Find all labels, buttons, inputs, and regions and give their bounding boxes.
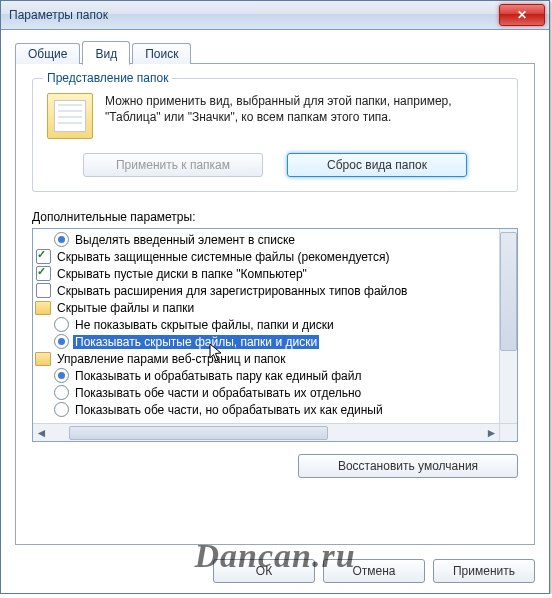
horizontal-scrollbar[interactable]: ◄ ► — [33, 423, 500, 441]
checkbox-icon[interactable] — [36, 283, 51, 298]
folder-options-dialog: Параметры папок ✕ Общие Вид Поиск Предст… — [0, 0, 550, 594]
vertical-scrollbar[interactable] — [499, 229, 517, 424]
tree-item-label: Скрывать защищенные системные файлы (рек… — [55, 250, 391, 264]
tree-item[interactable]: Показывать скрытые файлы, папки и диски — [35, 333, 517, 350]
group-folder-views: Представление папок Можно применить вид,… — [32, 78, 518, 192]
radio-icon[interactable] — [54, 232, 69, 247]
ok-button[interactable]: ОК — [213, 559, 315, 583]
tree-item[interactable]: Скрывать расширения для зарегистрированн… — [35, 282, 517, 299]
apply-to-folders-button: Применить к папкам — [83, 153, 263, 177]
tree-item-label: Скрывать расширения для зарегистрированн… — [55, 284, 409, 298]
window-title: Параметры папок — [9, 8, 499, 22]
tree-item-glyph — [53, 317, 69, 333]
tab-panel-view: Представление папок Можно применить вид,… — [15, 63, 535, 545]
tree-item-label: Скрывать пустые диски в папке "Компьютер… — [55, 267, 309, 281]
tree-item[interactable]: Скрывать пустые диски в папке "Компьютер… — [35, 265, 517, 282]
tree-item[interactable]: Показывать и обрабатывать пару как едины… — [35, 367, 517, 384]
h-scroll-left-icon[interactable]: ◄ — [33, 424, 50, 441]
cancel-button[interactable]: Отмена — [323, 559, 425, 583]
tree-item-glyph — [53, 334, 69, 350]
checkbox-icon[interactable] — [36, 249, 51, 264]
tab-strip: Общие Вид Поиск — [15, 42, 535, 64]
tree-item[interactable]: Управление парами веб-страниц и папок — [35, 350, 517, 367]
h-scroll-thumb[interactable] — [69, 426, 328, 440]
v-scroll-thumb[interactable] — [500, 232, 517, 351]
tree-item[interactable]: Показывать обе части и обрабатывать их о… — [35, 384, 517, 401]
advanced-settings-tree[interactable]: Выделять введенный элемент в спискеСкрыв… — [32, 228, 518, 442]
radio-icon[interactable] — [54, 385, 69, 400]
group-title: Представление папок — [43, 71, 172, 85]
tree-item-glyph — [53, 232, 69, 248]
tree-item-label: Не показывать скрытые файлы, папки и дис… — [73, 318, 336, 332]
scroll-corner — [499, 423, 517, 441]
folder-views-icon — [47, 93, 93, 139]
tree-item[interactable]: Скрывать защищенные системные файлы (рек… — [35, 248, 517, 265]
radio-icon[interactable] — [54, 317, 69, 332]
tree-item-label: Выделять введенный элемент в списке — [73, 233, 297, 247]
dialog-buttons: ОК Отмена Применить — [15, 559, 535, 583]
tree-item[interactable]: Выделять введенный элемент в списке — [35, 231, 517, 248]
tree-item-glyph — [35, 351, 51, 367]
tab-search[interactable]: Поиск — [132, 43, 191, 64]
tree-item-glyph — [35, 266, 51, 282]
tree-item-label: Показывать и обрабатывать пару как едины… — [73, 369, 363, 383]
tree-item[interactable]: Показывать обе части, но обрабатывать их… — [35, 401, 517, 418]
close-icon: ✕ — [517, 8, 527, 22]
radio-icon[interactable] — [54, 402, 69, 417]
reset-folders-button[interactable]: Сброс вида папок — [287, 153, 467, 177]
tree-item-glyph — [35, 283, 51, 299]
titlebar[interactable]: Параметры папок ✕ — [1, 1, 549, 30]
tree-item[interactable]: Не показывать скрытые файлы, папки и дис… — [35, 316, 517, 333]
restore-defaults-button[interactable]: Восстановить умолчания — [298, 454, 518, 478]
close-button[interactable]: ✕ — [499, 4, 545, 26]
h-scroll-right-icon[interactable]: ► — [483, 424, 500, 441]
tree-item-glyph — [35, 300, 51, 316]
tree-item-glyph — [35, 249, 51, 265]
advanced-label: Дополнительные параметры: — [32, 210, 518, 224]
checkbox-icon[interactable] — [36, 266, 51, 281]
folder-icon — [35, 301, 51, 315]
folder-icon — [35, 352, 51, 366]
tree-item-label: Управление парами веб-страниц и папок — [55, 352, 288, 366]
group-description: Можно применить вид, выбранный для этой … — [105, 93, 503, 139]
tree-item-label: Показывать обе части и обрабатывать их о… — [73, 386, 363, 400]
tree-item-glyph — [53, 368, 69, 384]
client-area: Общие Вид Поиск Представление папок Можн… — [1, 30, 549, 593]
apply-button[interactable]: Применить — [433, 559, 535, 583]
tree-item-label: Показывать обе части, но обрабатывать их… — [73, 403, 385, 417]
tab-general[interactable]: Общие — [15, 43, 80, 64]
tree-item-glyph — [53, 402, 69, 418]
radio-icon[interactable] — [54, 368, 69, 383]
tree-item-glyph — [53, 385, 69, 401]
tree-item[interactable]: Скрытые файлы и папки — [35, 299, 517, 316]
tree-item-label: Скрытые файлы и папки — [55, 301, 196, 315]
radio-icon[interactable] — [54, 334, 69, 349]
tab-view[interactable]: Вид — [82, 41, 130, 65]
tree-item-label: Показывать скрытые файлы, папки и диски — [73, 335, 319, 349]
